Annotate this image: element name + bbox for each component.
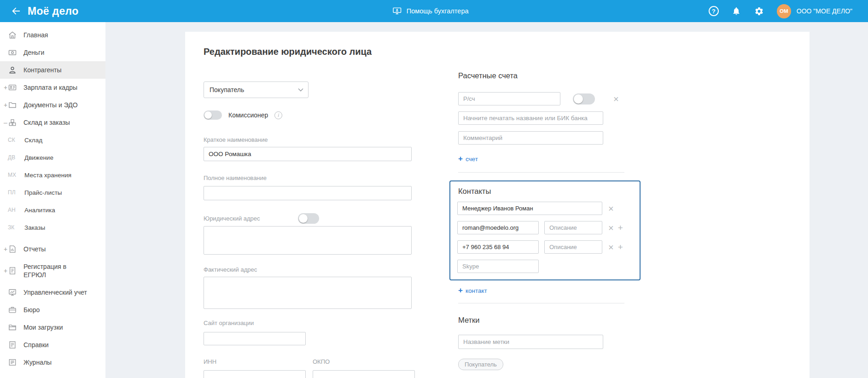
sidebar-secondary-menu: + Отчеты + Регистрация в ЕГРЮЛ Управленч… — [0, 240, 105, 371]
short-name-input[interactable] — [204, 147, 412, 161]
account-toggle[interactable] — [573, 93, 595, 105]
subitem-label: Склад — [24, 137, 42, 144]
accounts-section-title: Расчетные счета — [458, 71, 647, 80]
sidebar-item-byuro[interactable]: Бюро — [0, 301, 105, 319]
form-right-column: Расчетные счета × + счет Контакты × × + — [449, 68, 647, 370]
subitem-label: Движение — [24, 154, 53, 161]
tag-chip-wrap: Покупатель — [458, 359, 647, 370]
bank-name-input[interactable] — [458, 111, 603, 125]
contact-phone-row: × + — [457, 240, 633, 254]
commissioner-toggle[interactable] — [204, 110, 222, 120]
contact-email-input[interactable] — [457, 221, 539, 234]
sidebar-item-label: Управленческий учет — [23, 288, 91, 297]
remove-phone-icon[interactable]: × — [608, 243, 614, 252]
subitem-label: Прайс-листы — [24, 189, 62, 196]
company-name[interactable]: ООО "МОЕ ДЕЛО" — [797, 7, 852, 15]
sidebar-item-upravlencheskiy-uchet[interactable]: Управленческий учет — [0, 284, 105, 301]
add-contact-label: контакт — [466, 287, 487, 294]
counterparty-type-select[interactable]: Покупатель — [204, 81, 309, 98]
legal-address-textarea[interactable] — [204, 226, 412, 255]
sidebar-item-sklad-zakazy[interactable]: – Склад и заказы — [0, 114, 105, 131]
sidebar-item-zhurnaly[interactable]: Журналы — [0, 354, 105, 371]
sidebar-main-menu: Главная Деньги Контрагенты + Зарплата и … — [0, 26, 105, 236]
sidebar-subitem-price-listy[interactable]: ПЛ Прайс-листы — [0, 184, 105, 201]
expand-icon[interactable]: + — [3, 101, 8, 109]
sidebar-subitem-mesta-hraneniya[interactable]: МХ Места хранения — [0, 166, 105, 184]
account-number-input[interactable] — [458, 92, 560, 105]
accountant-help-link[interactable]: Помощь бухгалтера — [392, 6, 469, 16]
okpo-input[interactable] — [313, 370, 415, 378]
site-label: Сайт организации — [204, 320, 415, 326]
sidebar-item-label: Отчеты — [23, 245, 49, 253]
briefcase-icon — [7, 305, 17, 315]
tag-chip[interactable]: Покупатель — [458, 359, 503, 370]
sidebar-item-label: Главная — [23, 31, 52, 39]
actual-address-textarea[interactable] — [204, 277, 412, 309]
info-icon[interactable]: i — [274, 111, 282, 119]
okpo-label: ОКПО — [313, 358, 330, 365]
expand-icon[interactable]: + — [3, 267, 8, 274]
sidebar-item-dengi[interactable]: Деньги — [0, 44, 105, 61]
remove-account-icon[interactable]: × — [613, 94, 619, 104]
contact-phone-input[interactable] — [457, 240, 539, 254]
sidebar-subitem-sklad[interactable]: СК Склад — [0, 131, 105, 149]
registration-icon — [7, 266, 17, 276]
sidebar-item-glavnaya[interactable]: Главная — [0, 26, 105, 44]
sidebar-item-kontragenty[interactable]: Контрагенты — [0, 61, 105, 79]
add-account-label: счет — [466, 156, 478, 163]
full-name-label: Полное наименование — [204, 174, 415, 181]
expand-icon[interactable]: + — [3, 245, 8, 253]
sidebar-subitem-dvizhenie[interactable]: ДВ Движение — [0, 149, 105, 166]
subitem-abbr: ДВ — [8, 154, 24, 161]
remove-email-icon[interactable]: × — [608, 223, 614, 233]
contact-skype-input[interactable] — [457, 260, 539, 273]
tag-name-input[interactable] — [458, 335, 603, 349]
user-avatar[interactable]: ОМ — [777, 4, 791, 18]
sidebar-item-dokumenty[interactable]: + Документы и ЭДО — [0, 96, 105, 114]
sidebar-item-label: Справки — [23, 341, 52, 349]
sidebar-subitem-zakazy[interactable]: ЗК Заказы — [0, 219, 105, 236]
inn-okpo-inputs-row — [204, 370, 415, 378]
commissioner-label: Комиссионер — [228, 111, 268, 119]
remove-contact-icon[interactable]: × — [608, 204, 614, 213]
add-phone-icon[interactable]: + — [618, 243, 623, 251]
sidebar-item-label: Деньги — [23, 48, 48, 57]
legal-address-toggle[interactable] — [298, 213, 319, 224]
notifications-bell-icon[interactable] — [731, 6, 742, 17]
commissioner-row: Комиссионер i — [204, 110, 415, 120]
add-contact-link[interactable]: + контакт — [458, 286, 647, 295]
app-logo[interactable]: Моё дело — [28, 5, 79, 17]
help-icon[interactable]: ? — [709, 6, 719, 16]
legal-address-label: Юридический адрес — [204, 215, 298, 222]
contacts-section-highlighted: Контакты × × + × + — [449, 180, 641, 280]
sidebar-item-spravki[interactable]: Справки — [0, 336, 105, 354]
sidebar-item-label: Регистрация в ЕГРЮЛ — [23, 262, 93, 279]
phone-description-input[interactable] — [544, 240, 602, 254]
sidebar-item-label: Контрагенты — [23, 66, 65, 74]
topbar: Моё дело Помощь бухгалтера ? ОМ ООО "МОЕ… — [0, 0, 868, 22]
journals-icon — [7, 357, 17, 367]
sidebar-item-otchety[interactable]: + Отчеты — [0, 240, 105, 258]
account-comment-input[interactable] — [458, 131, 603, 145]
subitem-abbr: ПЛ — [8, 189, 24, 196]
sidebar-item-moi-zagruzki[interactable]: Мои загрузки — [0, 319, 105, 336]
add-email-icon[interactable]: + — [618, 223, 623, 232]
sidebar-item-registraciya-egrul[interactable]: + Регистрация в ЕГРЮЛ — [0, 258, 105, 284]
sidebar-subitem-analitika[interactable]: АН Аналитика — [0, 201, 105, 219]
full-name-input[interactable] — [204, 186, 412, 200]
sidebar-item-label: Склад и заказы — [23, 118, 74, 127]
toggle-knob — [574, 94, 583, 104]
contact-person-input[interactable] — [457, 202, 602, 215]
expand-icon[interactable]: + — [3, 84, 8, 91]
back-arrow-icon[interactable] — [9, 4, 23, 18]
settings-gear-icon[interactable] — [754, 6, 765, 17]
subitem-abbr: СК — [8, 137, 24, 143]
divider — [458, 172, 624, 173]
collapse-icon[interactable]: – — [3, 119, 8, 126]
inn-input[interactable] — [204, 370, 306, 378]
email-description-input[interactable] — [544, 221, 602, 234]
plus-icon: + — [458, 286, 463, 295]
site-input[interactable] — [204, 332, 306, 345]
add-account-link[interactable]: + счет — [458, 154, 647, 163]
sidebar-item-zarplata[interactable]: + Зарплата и кадры — [0, 79, 105, 96]
